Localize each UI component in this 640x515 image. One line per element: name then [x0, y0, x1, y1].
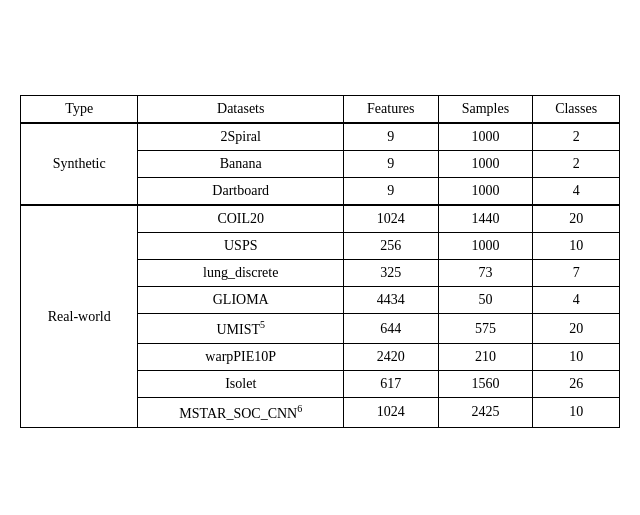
dataset-cell: 2Spiral — [138, 123, 344, 151]
col-features: Features — [343, 96, 438, 124]
type-cell: Synthetic — [21, 123, 138, 205]
features-cell: 1024 — [343, 398, 438, 428]
classes-cell: 7 — [533, 260, 620, 287]
dataset-cell: warpPIE10P — [138, 344, 344, 371]
col-datasets: Datasets — [138, 96, 344, 124]
dataset-cell: COIL20 — [138, 205, 344, 233]
features-cell: 4434 — [343, 287, 438, 314]
features-cell: 9 — [343, 178, 438, 206]
dataset-cell: Banana — [138, 151, 344, 178]
features-cell: 2420 — [343, 344, 438, 371]
dataset-cell: GLIOMA — [138, 287, 344, 314]
samples-cell: 210 — [438, 344, 533, 371]
col-classes: Classes — [533, 96, 620, 124]
samples-cell: 1000 — [438, 151, 533, 178]
dataset-cell: Isolet — [138, 371, 344, 398]
features-cell: 256 — [343, 233, 438, 260]
features-cell: 617 — [343, 371, 438, 398]
samples-cell: 50 — [438, 287, 533, 314]
classes-cell: 4 — [533, 178, 620, 206]
features-cell: 644 — [343, 314, 438, 344]
classes-cell: 10 — [533, 398, 620, 428]
samples-cell: 1560 — [438, 371, 533, 398]
classes-cell: 10 — [533, 344, 620, 371]
table-row: Real-worldCOIL201024144020 — [21, 205, 620, 233]
classes-cell: 26 — [533, 371, 620, 398]
samples-cell: 1440 — [438, 205, 533, 233]
classes-cell: 2 — [533, 151, 620, 178]
col-type: Type — [21, 96, 138, 124]
features-cell: 325 — [343, 260, 438, 287]
header-row: Type Datasets Features Samples Classes — [21, 96, 620, 124]
table-row: Synthetic2Spiral910002 — [21, 123, 620, 151]
type-cell: Real-world — [21, 205, 138, 427]
samples-cell: 575 — [438, 314, 533, 344]
classes-cell: 2 — [533, 123, 620, 151]
samples-cell: 73 — [438, 260, 533, 287]
classes-cell: 10 — [533, 233, 620, 260]
features-cell: 1024 — [343, 205, 438, 233]
table-body: Synthetic2Spiral910002Banana910002Dartbo… — [21, 123, 620, 427]
samples-cell: 1000 — [438, 233, 533, 260]
classes-cell: 20 — [533, 314, 620, 344]
classes-cell: 20 — [533, 205, 620, 233]
page-wrapper: Type Datasets Features Samples Classes S… — [20, 87, 620, 427]
dataset-cell: Dartboard — [138, 178, 344, 206]
samples-cell: 1000 — [438, 178, 533, 206]
col-samples: Samples — [438, 96, 533, 124]
dataset-cell: lung_discrete — [138, 260, 344, 287]
samples-cell: 2425 — [438, 398, 533, 428]
dataset-table: Type Datasets Features Samples Classes S… — [20, 95, 620, 427]
classes-cell: 4 — [533, 287, 620, 314]
samples-cell: 1000 — [438, 123, 533, 151]
dataset-cell: USPS — [138, 233, 344, 260]
features-cell: 9 — [343, 123, 438, 151]
dataset-cell: UMIST5 — [138, 314, 344, 344]
dataset-cell: MSTAR_SOC_CNN6 — [138, 398, 344, 428]
features-cell: 9 — [343, 151, 438, 178]
